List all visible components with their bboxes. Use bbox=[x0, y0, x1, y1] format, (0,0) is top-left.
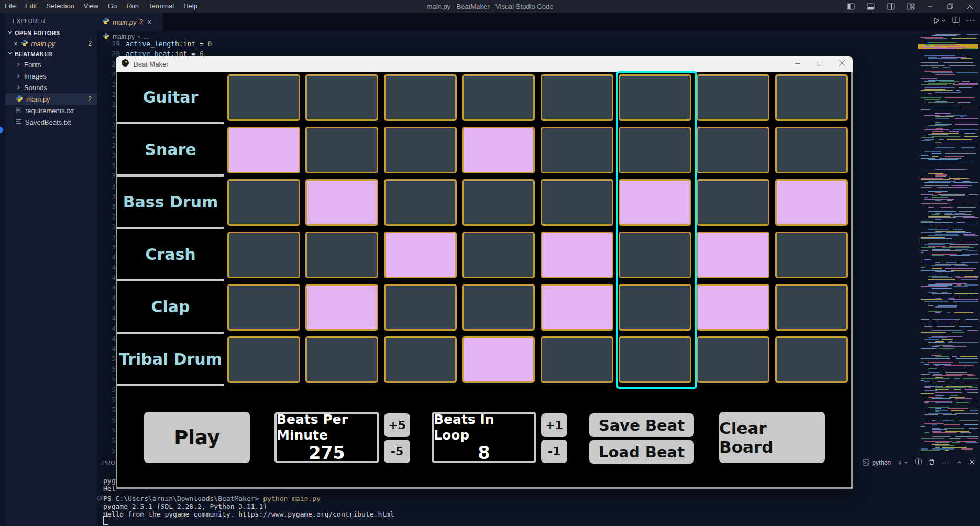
beat-cell-clap-col7[interactable] bbox=[697, 284, 769, 331]
beatmaker-minimize-icon[interactable] bbox=[795, 60, 801, 68]
menu-edit[interactable]: Edit bbox=[20, 0, 41, 13]
more-actions-icon[interactable]: ··· bbox=[966, 16, 976, 25]
beat-cell-snare-col3[interactable] bbox=[384, 127, 457, 173]
beat-cell-guitar-col1[interactable] bbox=[227, 74, 300, 121]
beat-cell-clap-col1[interactable] bbox=[227, 284, 300, 331]
beat-cell-bass-drum-col7[interactable] bbox=[697, 179, 769, 226]
beat-cell-crash-col8[interactable] bbox=[775, 232, 848, 278]
beat-cell-tribal-drum-col4[interactable] bbox=[462, 336, 535, 383]
beat-cell-crash-col5[interactable] bbox=[541, 232, 613, 278]
beatmaker-close-icon[interactable] bbox=[839, 60, 845, 68]
beat-cell-tribal-drum-col7[interactable] bbox=[697, 336, 769, 383]
minimap[interactable] bbox=[918, 31, 978, 456]
sidebar-item-main-py[interactable]: main.py2 bbox=[5, 93, 97, 105]
beat-cell-guitar-col2[interactable] bbox=[305, 74, 378, 121]
menu-help[interactable]: Help bbox=[179, 0, 202, 13]
beat-cell-snare-col1[interactable] bbox=[227, 127, 300, 173]
beat-cell-guitar-col7[interactable] bbox=[697, 74, 769, 121]
loop-down-button[interactable]: -1 bbox=[541, 440, 567, 463]
terminal-shell-item[interactable]: python bbox=[863, 459, 891, 466]
window-minimize-icon[interactable] bbox=[920, 0, 940, 13]
beat-cell-clap-col3[interactable] bbox=[384, 284, 457, 331]
customize-layout-icon[interactable] bbox=[900, 0, 920, 13]
window-restore-icon[interactable] bbox=[940, 0, 960, 13]
beat-cell-snare-col7[interactable] bbox=[697, 127, 769, 173]
menu-file[interactable]: File bbox=[0, 0, 20, 13]
beatmaker-titlebar[interactable]: Beat Maker bbox=[116, 56, 853, 72]
beat-cell-guitar-col4[interactable] bbox=[462, 74, 535, 121]
beat-cell-tribal-drum-col3[interactable] bbox=[384, 336, 457, 383]
sidebar-item-sounds[interactable]: Sounds bbox=[5, 82, 97, 93]
bpm-up-button[interactable]: +5 bbox=[384, 413, 410, 437]
beat-cell-clap-col8[interactable] bbox=[775, 284, 848, 331]
beat-cell-clap-col2[interactable] bbox=[305, 284, 378, 331]
beat-cell-tribal-drum-col5[interactable] bbox=[541, 336, 613, 383]
sidebar-item-fonts[interactable]: Fonts bbox=[5, 59, 97, 70]
open-editor-main.py[interactable]: ×main.py2 bbox=[5, 38, 97, 49]
beat-cell-bass-drum-col6[interactable] bbox=[619, 179, 691, 226]
beat-cell-bass-drum-col4[interactable] bbox=[462, 179, 535, 226]
beat-cell-bass-drum-col8[interactable] bbox=[775, 179, 848, 226]
close-editor-icon[interactable]: × bbox=[14, 40, 18, 48]
sidebar-item-requirements-txt[interactable]: requirements.txt bbox=[5, 105, 97, 116]
window-close-icon[interactable] bbox=[960, 0, 980, 13]
save-beat-button[interactable]: Save Beat bbox=[589, 413, 694, 437]
menu-selection[interactable]: Selection bbox=[41, 0, 79, 13]
open-editors-section[interactable]: OPEN EDITORS bbox=[5, 28, 97, 38]
beat-cell-snare-col8[interactable] bbox=[775, 127, 848, 173]
clear-board-button[interactable]: Clear Board bbox=[719, 412, 825, 463]
tab-close-icon[interactable]: × bbox=[147, 18, 151, 26]
beat-cell-crash-col2[interactable] bbox=[305, 232, 378, 278]
beat-cell-tribal-drum-col2[interactable] bbox=[305, 336, 378, 383]
new-terminal-icon[interactable]: + bbox=[898, 458, 908, 467]
beat-cell-snare-col6[interactable] bbox=[619, 127, 691, 173]
panel-maximize-icon[interactable] bbox=[956, 459, 962, 466]
beat-cell-bass-drum-col5[interactable] bbox=[541, 179, 613, 226]
beat-cell-clap-col5[interactable] bbox=[541, 284, 613, 331]
beat-cell-guitar-col5[interactable] bbox=[541, 74, 613, 121]
split-terminal-icon[interactable] bbox=[915, 458, 922, 466]
toggle-secondary-sidebar-icon[interactable] bbox=[880, 0, 900, 13]
beat-cell-clap-col6[interactable] bbox=[619, 284, 691, 331]
kill-terminal-icon[interactable] bbox=[929, 458, 935, 467]
tab-main-py[interactable]: main.py 2 × bbox=[97, 13, 163, 31]
play-button[interactable]: Play bbox=[144, 412, 250, 463]
beat-cell-crash-col7[interactable] bbox=[697, 232, 769, 278]
load-beat-button[interactable]: Load Beat bbox=[589, 440, 694, 464]
beat-cell-bass-drum-col1[interactable] bbox=[227, 179, 300, 226]
explorer-more-icon[interactable]: ··· bbox=[83, 18, 91, 24]
toggle-panel-icon[interactable] bbox=[861, 0, 880, 13]
menu-terminal[interactable]: Terminal bbox=[144, 0, 179, 13]
panel-tab-problems-clipped[interactable]: PRO bbox=[102, 459, 115, 466]
beat-cell-snare-col2[interactable] bbox=[305, 127, 378, 173]
bpm-down-button[interactable]: -5 bbox=[384, 440, 410, 463]
beat-cell-guitar-col3[interactable] bbox=[384, 74, 457, 121]
command-decoration-icon[interactable] bbox=[97, 496, 102, 500]
menu-go[interactable]: Go bbox=[103, 0, 122, 13]
beat-cell-crash-col6[interactable] bbox=[619, 232, 691, 278]
loop-up-button[interactable]: +1 bbox=[541, 413, 567, 437]
menu-view[interactable]: View bbox=[79, 0, 103, 13]
toggle-sidebar-icon[interactable] bbox=[841, 0, 861, 13]
beat-cell-tribal-drum-col8[interactable] bbox=[775, 336, 848, 383]
project-root-section[interactable]: BEATMAKER bbox=[5, 49, 97, 59]
split-editor-icon[interactable] bbox=[952, 16, 960, 25]
beat-cell-snare-col4[interactable] bbox=[462, 127, 535, 173]
beat-cell-tribal-drum-col6[interactable] bbox=[619, 336, 691, 383]
beat-cell-snare-col5[interactable] bbox=[541, 127, 613, 173]
terminal-more-icon[interactable]: ··· bbox=[942, 459, 950, 466]
beatmaker-maximize-icon[interactable] bbox=[817, 60, 823, 68]
beat-cell-crash-col1[interactable] bbox=[227, 232, 300, 278]
beat-cell-tribal-drum-col1[interactable] bbox=[227, 336, 300, 383]
beat-cell-guitar-col6[interactable] bbox=[619, 74, 691, 121]
breadcrumb[interactable]: main.py › … bbox=[103, 31, 149, 42]
run-python-icon[interactable] bbox=[933, 17, 946, 24]
beat-cell-bass-drum-col2[interactable] bbox=[305, 179, 378, 226]
beat-cell-crash-col3[interactable] bbox=[384, 232, 457, 278]
beat-cell-crash-col4[interactable] bbox=[462, 232, 535, 278]
beat-cell-guitar-col8[interactable] bbox=[775, 74, 848, 121]
panel-close-icon[interactable] bbox=[969, 459, 975, 466]
sidebar-item-savedbeats-txt[interactable]: SavedBeats.txt bbox=[5, 116, 97, 128]
menu-run[interactable]: Run bbox=[122, 0, 144, 13]
beat-cell-bass-drum-col3[interactable] bbox=[384, 179, 457, 226]
